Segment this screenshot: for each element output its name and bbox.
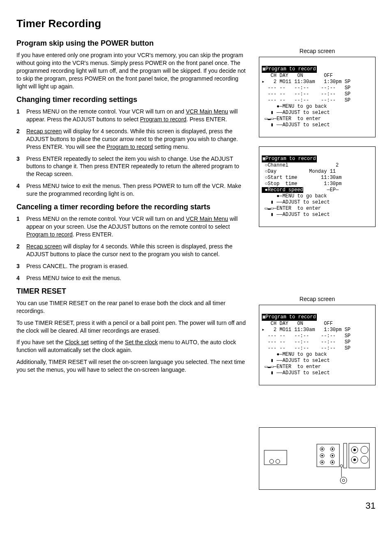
change-step-3: 3 Press ENTER repeatedly to select the i… — [16, 155, 247, 178]
page-number: 31 — [16, 500, 376, 512]
svg-point-24 — [340, 465, 343, 467]
heading-canceling: Canceling a timer recording before the r… — [16, 202, 247, 212]
cancel-step-3: 3 Press CANCEL. The program is erased. — [16, 262, 247, 270]
svg-point-15 — [332, 461, 333, 463]
main-content: Program skip using the POWER button If y… — [16, 38, 247, 490]
recap-label-1: Recap screen — [259, 47, 376, 55]
rear-panel-svg — [263, 436, 370, 485]
change-step-4: 4 Press MENU twice to exit the menus. Th… — [16, 182, 247, 198]
page-title: Timer Recording — [16, 16, 376, 31]
rear-panel-illustration — [259, 427, 376, 490]
svg-point-11 — [332, 455, 333, 456]
illustrations-column: Recap screen ▣Program to record CH DAY O… — [259, 38, 376, 490]
svg-point-23 — [361, 456, 368, 463]
program-detail-screen: ▣Program to record ○Channel 2 ○Day Monda… — [259, 146, 376, 227]
svg-point-27 — [342, 479, 345, 482]
change-step-2: 2 Recap screen will display for 4 second… — [16, 127, 247, 151]
cancel-step-1: 1 Press MENU on the remote control. Your… — [16, 215, 247, 239]
heading-program-skip: Program skip using the POWER button — [16, 38, 247, 48]
svg-point-13 — [321, 461, 323, 463]
change-step-1: 1 Press MENU on the remote control. Your… — [16, 108, 247, 123]
cancel-step-4: 4 Press MENU twice to exit the menus. — [16, 274, 247, 282]
recap-label-2: Recap screen — [259, 295, 376, 303]
timer-reset-p2: To use TIMER RESET, press it with a penc… — [16, 319, 247, 335]
svg-rect-0 — [264, 450, 287, 465]
svg-point-5 — [321, 448, 323, 450]
heading-changing-settings: Changing timer recording settings — [16, 95, 247, 104]
cancel-step-2: 2 Recap screen will display for 4 second… — [16, 243, 247, 258]
timer-reset-p1: You can use TIMER RESET on the rear pane… — [16, 299, 247, 315]
svg-point-19 — [353, 449, 356, 451]
svg-point-2 — [276, 459, 280, 463]
svg-point-21 — [353, 459, 356, 461]
svg-point-26 — [340, 477, 347, 484]
svg-point-7 — [332, 448, 333, 450]
program-skip-body: If you have entered only one program int… — [16, 51, 247, 90]
svg-rect-16 — [344, 443, 347, 468]
recap-screen-1: ▣Program to record CH DAY ON OFF ▸ 2 MO1… — [259, 57, 376, 137]
timer-reset-p3: If you have set the Clock set setting of… — [16, 338, 247, 354]
recap-screen-2: ▣Program to record CH DAY ON OFF ▸ 2 MO1… — [259, 305, 376, 385]
heading-timer-reset: TIMER RESET — [16, 286, 247, 296]
svg-point-22 — [361, 446, 368, 454]
svg-point-9 — [321, 455, 323, 456]
timer-reset-p4: Additionally, TIMER RESET will reset the… — [16, 358, 247, 374]
svg-point-1 — [270, 459, 274, 463]
svg-rect-17 — [349, 443, 369, 468]
